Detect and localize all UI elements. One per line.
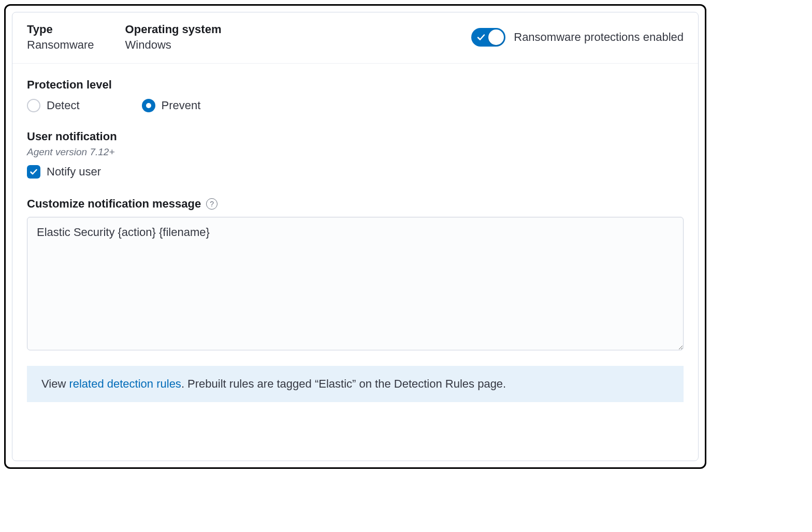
type-label: Type	[27, 23, 94, 36]
user-notification-subtitle: Agent version 7.12+	[27, 146, 684, 158]
callout-prefix: View	[41, 377, 69, 390]
help-icon[interactable]: ?	[206, 198, 218, 210]
customize-title: Customize notification message	[27, 197, 201, 211]
radio-prevent[interactable]: Prevent	[142, 99, 201, 112]
protections-toggle[interactable]	[471, 28, 505, 47]
notify-user-checkbox	[27, 165, 40, 179]
radio-label-prevent: Prevent	[162, 99, 201, 112]
radio-inner	[146, 103, 151, 108]
callout-suffix: . Prebuilt rules are tagged “Elastic” on…	[181, 377, 506, 390]
os-value: Windows	[125, 38, 222, 52]
type-block: Type Ransomware	[27, 23, 94, 52]
protection-level-radios: Detect Prevent	[27, 99, 684, 112]
related-detection-rules-link[interactable]: related detection rules	[69, 377, 181, 390]
header-toggle-group: Ransomware protections enabled	[471, 28, 684, 47]
check-icon	[30, 168, 38, 176]
settings-panel: Type Ransomware Operating system Windows…	[12, 12, 699, 461]
header-info: Type Ransomware Operating system Windows	[27, 23, 221, 52]
customize-title-row: Customize notification message ?	[27, 197, 684, 211]
notify-user-checkbox-row[interactable]: Notify user	[27, 165, 684, 179]
toggle-knob	[488, 29, 504, 45]
radio-circle-prevent	[142, 99, 155, 112]
notification-message-textarea[interactable]	[27, 217, 684, 350]
notify-user-label: Notify user	[47, 165, 101, 179]
toggle-label: Ransomware protections enabled	[514, 31, 684, 44]
radio-detect[interactable]: Detect	[27, 99, 80, 112]
panel-body: Protection level Detect Prevent User not…	[12, 64, 698, 461]
type-value: Ransomware	[27, 38, 94, 52]
radio-circle-detect	[27, 99, 40, 112]
user-notification-title: User notification	[27, 130, 684, 143]
detection-rules-callout: View related detection rules. Prebuilt r…	[27, 366, 684, 402]
radio-label-detect: Detect	[47, 99, 80, 112]
outer-frame: Type Ransomware Operating system Windows…	[4, 4, 706, 469]
os-label: Operating system	[125, 23, 222, 36]
check-icon	[477, 33, 485, 41]
panel-header: Type Ransomware Operating system Windows…	[12, 12, 698, 64]
os-block: Operating system Windows	[125, 23, 222, 52]
protection-level-title: Protection level	[27, 78, 684, 92]
